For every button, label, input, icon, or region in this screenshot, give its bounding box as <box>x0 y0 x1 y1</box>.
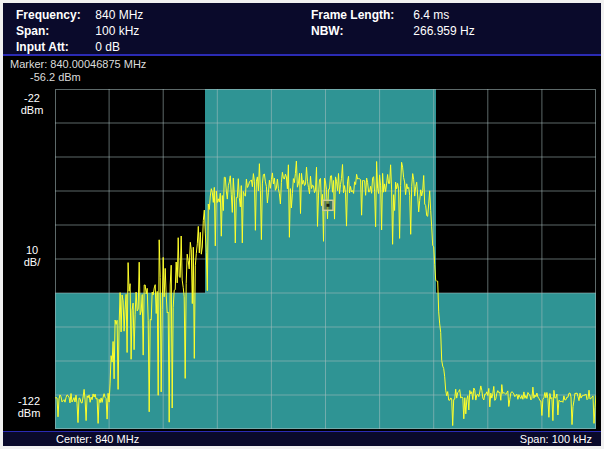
marker-frequency-readout: Marker: 840.00046875 MHz <box>10 58 146 71</box>
settings-header: Frequency: 840 MHz Span: 100 kHz Input A… <box>3 3 601 56</box>
frequency-value: 840 MHz <box>95 8 143 22</box>
center-frequency-readout: Center: 840 MHz <box>56 432 139 446</box>
marker-symbol <box>323 200 333 210</box>
ref-level-unit: dBm <box>12 104 52 116</box>
input-att-value: 0 dB <box>95 40 120 54</box>
bottom-level-value: -122 <box>6 395 52 407</box>
scale-unit: dB/ <box>12 256 52 268</box>
frequency-label: Frequency: <box>16 7 92 23</box>
scale-value: 10 <box>12 244 52 256</box>
span-readout-bottom: Span: 100 kHz <box>520 432 592 446</box>
input-att-readout: Input Att: 0 dB <box>16 39 143 55</box>
grid-lines <box>55 89 596 429</box>
ref-level-label: -22 dBm <box>12 92 52 116</box>
frame-length-readout: Frame Length: 6.4 ms <box>311 7 475 23</box>
marker-amplitude-readout: -56.2 dBm <box>10 71 146 84</box>
header-left-column: Frequency: 840 MHz Span: 100 kHz Input A… <box>16 7 143 55</box>
ref-level-value: -22 <box>12 92 52 104</box>
scale-per-div-label: 10 dB/ <box>12 244 52 268</box>
input-att-label: Input Att: <box>16 39 92 55</box>
marker-readout: Marker: 840.00046875 MHz -56.2 dBm <box>10 58 146 84</box>
bottom-level-label: -122 dBm <box>6 395 52 419</box>
span-label: Span: <box>16 23 92 39</box>
nbw-label: NBW: <box>311 23 410 39</box>
span-readout-top: Span: 100 kHz <box>16 23 143 39</box>
frequency-readout: Frequency: 840 MHz <box>16 7 143 23</box>
nbw-value: 266.959 Hz <box>413 24 474 38</box>
spectrum-canvas <box>55 89 596 429</box>
nbw-readout: NBW: 266.959 Hz <box>311 23 475 39</box>
bottom-annotation-bar: Center: 840 MHz Span: 100 kHz <box>3 431 601 446</box>
frame-length-label: Frame Length: <box>311 7 410 23</box>
header-right-column: Frame Length: 6.4 ms NBW: 266.959 Hz <box>311 7 475 39</box>
spectrum-analyzer-screen: Frequency: 840 MHz Span: 100 kHz Input A… <box>0 0 604 449</box>
frame-length-value: 6.4 ms <box>413 8 449 22</box>
bottom-level-unit: dBm <box>6 407 52 419</box>
span-value: 100 kHz <box>95 24 139 38</box>
spectrum-plot <box>55 89 596 429</box>
